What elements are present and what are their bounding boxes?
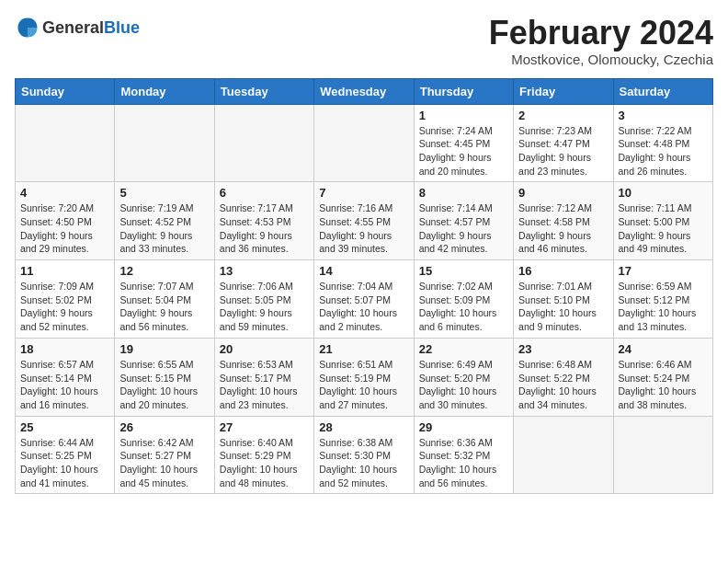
calendar-cell: 21Sunrise: 6:51 AM Sunset: 5:19 PM Dayli…	[314, 338, 414, 416]
day-info: Sunrise: 7:16 AM Sunset: 4:55 PM Dayligh…	[319, 201, 408, 256]
title-area: February 2024 Mostkovice, Olomoucky, Cze…	[489, 15, 713, 67]
day-number: 24	[619, 342, 708, 356]
calendar-cell: 8Sunrise: 7:14 AM Sunset: 4:57 PM Daylig…	[414, 182, 513, 260]
day-number: 21	[319, 342, 408, 356]
day-number: 28	[319, 420, 408, 434]
calendar-cell	[314, 104, 414, 182]
header-row: SundayMondayTuesdayWednesdayThursdayFrid…	[16, 78, 713, 104]
calendar-table: SundayMondayTuesdayWednesdayThursdayFrid…	[15, 78, 713, 495]
day-info: Sunrise: 6:51 AM Sunset: 5:19 PM Dayligh…	[319, 358, 408, 412]
logo-text: GeneralBlue	[42, 18, 140, 38]
calendar-week-2: 4Sunrise: 7:20 AM Sunset: 4:50 PM Daylig…	[16, 182, 713, 260]
day-info: Sunrise: 6:53 AM Sunset: 5:17 PM Dayligh…	[220, 358, 309, 412]
calendar-cell: 25Sunrise: 6:44 AM Sunset: 5:25 PM Dayli…	[16, 416, 115, 494]
calendar-header: SundayMondayTuesdayWednesdayThursdayFrid…	[16, 78, 713, 104]
column-header-friday: Friday	[514, 78, 613, 104]
calendar-cell: 16Sunrise: 7:01 AM Sunset: 5:10 PM Dayli…	[514, 260, 613, 339]
column-header-saturday: Saturday	[613, 78, 712, 104]
calendar-cell: 17Sunrise: 6:59 AM Sunset: 5:12 PM Dayli…	[613, 260, 712, 339]
calendar-cell: 19Sunrise: 6:55 AM Sunset: 5:15 PM Dayli…	[115, 338, 214, 416]
calendar-cell: 23Sunrise: 6:48 AM Sunset: 5:22 PM Dayli…	[514, 338, 613, 416]
day-info: Sunrise: 7:20 AM Sunset: 4:50 PM Dayligh…	[20, 201, 109, 256]
calendar-cell	[214, 104, 313, 182]
logo: GeneralBlue	[15, 15, 140, 40]
calendar-body: 1Sunrise: 7:24 AM Sunset: 4:45 PM Daylig…	[16, 104, 713, 494]
calendar-cell: 14Sunrise: 7:04 AM Sunset: 5:07 PM Dayli…	[314, 260, 414, 339]
calendar-cell: 3Sunrise: 7:22 AM Sunset: 4:48 PM Daylig…	[613, 104, 712, 182]
day-info: Sunrise: 7:07 AM Sunset: 5:04 PM Dayligh…	[119, 280, 209, 334]
day-info: Sunrise: 7:01 AM Sunset: 5:10 PM Dayligh…	[518, 280, 608, 334]
calendar-week-5: 25Sunrise: 6:44 AM Sunset: 5:25 PM Dayli…	[16, 416, 713, 494]
logo-general: General	[42, 18, 104, 37]
day-number: 18	[20, 342, 109, 356]
day-info: Sunrise: 7:02 AM Sunset: 5:09 PM Dayligh…	[419, 280, 508, 334]
day-number: 13	[220, 264, 309, 278]
calendar-cell: 1Sunrise: 7:24 AM Sunset: 4:45 PM Daylig…	[414, 104, 513, 182]
day-info: Sunrise: 7:19 AM Sunset: 4:52 PM Dayligh…	[119, 201, 209, 256]
column-header-tuesday: Tuesday	[214, 78, 313, 104]
day-number: 4	[20, 186, 109, 200]
location-subtitle: Mostkovice, Olomoucky, Czechia	[489, 52, 713, 67]
calendar-cell	[115, 104, 214, 182]
day-info: Sunrise: 6:55 AM Sunset: 5:15 PM Dayligh…	[119, 358, 209, 412]
day-info: Sunrise: 6:59 AM Sunset: 5:12 PM Dayligh…	[619, 280, 708, 334]
day-number: 25	[20, 420, 109, 434]
day-number: 23	[518, 342, 608, 356]
day-info: Sunrise: 6:36 AM Sunset: 5:32 PM Dayligh…	[419, 436, 508, 490]
calendar-cell	[613, 416, 712, 494]
day-number: 6	[220, 186, 309, 200]
day-info: Sunrise: 6:49 AM Sunset: 5:20 PM Dayligh…	[419, 358, 508, 412]
day-number: 2	[518, 109, 608, 122]
day-number: 1	[419, 109, 508, 122]
calendar-cell: 4Sunrise: 7:20 AM Sunset: 4:50 PM Daylig…	[16, 182, 115, 260]
day-info: Sunrise: 6:44 AM Sunset: 5:25 PM Dayligh…	[20, 436, 109, 490]
day-number: 8	[419, 186, 508, 200]
day-number: 3	[619, 109, 708, 122]
calendar-cell: 26Sunrise: 6:42 AM Sunset: 5:27 PM Dayli…	[115, 416, 214, 494]
calendar-cell: 18Sunrise: 6:57 AM Sunset: 5:14 PM Dayli…	[16, 338, 115, 416]
calendar-cell: 20Sunrise: 6:53 AM Sunset: 5:17 PM Dayli…	[214, 338, 313, 416]
day-number: 17	[619, 264, 708, 278]
calendar-cell	[514, 416, 613, 494]
day-info: Sunrise: 7:11 AM Sunset: 5:00 PM Dayligh…	[619, 201, 708, 256]
calendar-cell: 7Sunrise: 7:16 AM Sunset: 4:55 PM Daylig…	[314, 182, 414, 260]
calendar-cell: 11Sunrise: 7:09 AM Sunset: 5:02 PM Dayli…	[16, 260, 115, 339]
day-info: Sunrise: 7:12 AM Sunset: 4:58 PM Dayligh…	[518, 201, 608, 256]
column-header-sunday: Sunday	[16, 78, 115, 104]
logo-blue: Blue	[104, 18, 140, 37]
month-title: February 2024	[489, 15, 713, 52]
day-info: Sunrise: 7:23 AM Sunset: 4:47 PM Dayligh…	[518, 124, 608, 178]
day-info: Sunrise: 6:38 AM Sunset: 5:30 PM Dayligh…	[319, 436, 408, 490]
calendar-week-3: 11Sunrise: 7:09 AM Sunset: 5:02 PM Dayli…	[16, 260, 713, 339]
column-header-thursday: Thursday	[414, 78, 513, 104]
calendar-cell: 10Sunrise: 7:11 AM Sunset: 5:00 PM Dayli…	[613, 182, 712, 260]
calendar-cell: 28Sunrise: 6:38 AM Sunset: 5:30 PM Dayli…	[314, 416, 414, 494]
day-info: Sunrise: 6:48 AM Sunset: 5:22 PM Dayligh…	[518, 358, 608, 412]
day-info: Sunrise: 7:14 AM Sunset: 4:57 PM Dayligh…	[419, 201, 508, 256]
column-header-monday: Monday	[115, 78, 214, 104]
logo-icon	[15, 15, 40, 40]
day-info: Sunrise: 6:46 AM Sunset: 5:24 PM Dayligh…	[619, 358, 708, 412]
day-number: 19	[119, 342, 209, 356]
calendar-week-1: 1Sunrise: 7:24 AM Sunset: 4:45 PM Daylig…	[16, 104, 713, 182]
day-number: 5	[119, 186, 209, 200]
day-number: 14	[319, 264, 408, 278]
calendar-cell: 6Sunrise: 7:17 AM Sunset: 4:53 PM Daylig…	[214, 182, 313, 260]
day-number: 20	[220, 342, 309, 356]
day-number: 10	[619, 186, 708, 200]
column-header-wednesday: Wednesday	[314, 78, 414, 104]
day-info: Sunrise: 7:24 AM Sunset: 4:45 PM Dayligh…	[419, 124, 508, 178]
calendar-cell: 13Sunrise: 7:06 AM Sunset: 5:05 PM Dayli…	[214, 260, 313, 339]
day-number: 29	[419, 420, 508, 434]
day-info: Sunrise: 7:09 AM Sunset: 5:02 PM Dayligh…	[20, 280, 109, 334]
calendar-cell: 15Sunrise: 7:02 AM Sunset: 5:09 PM Dayli…	[414, 260, 513, 339]
day-number: 9	[518, 186, 608, 200]
day-number: 15	[419, 264, 508, 278]
day-number: 22	[419, 342, 508, 356]
day-number: 27	[220, 420, 309, 434]
day-info: Sunrise: 6:42 AM Sunset: 5:27 PM Dayligh…	[119, 436, 209, 490]
day-number: 7	[319, 186, 408, 200]
calendar-cell: 29Sunrise: 6:36 AM Sunset: 5:32 PM Dayli…	[414, 416, 513, 494]
day-info: Sunrise: 7:22 AM Sunset: 4:48 PM Dayligh…	[619, 124, 708, 178]
day-info: Sunrise: 7:04 AM Sunset: 5:07 PM Dayligh…	[319, 280, 408, 334]
